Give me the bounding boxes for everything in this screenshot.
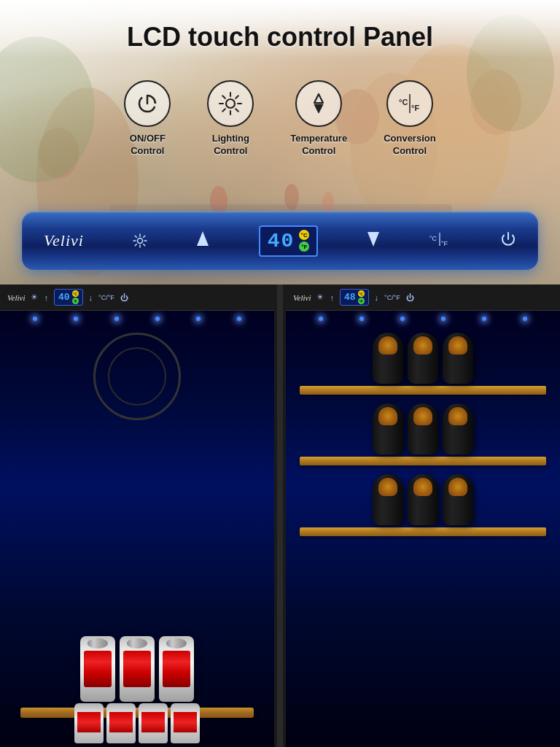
conversion-label: Conversion Control [384, 133, 436, 158]
power-icon [136, 92, 159, 115]
sun-icon [218, 91, 243, 116]
panel-sun-icon [133, 233, 147, 248]
on-off-icon-circle [124, 80, 171, 127]
fan-inner-circle [108, 347, 166, 406]
right-unit-dots: °C °F [358, 290, 365, 304]
temperature-label: Temperature Control [290, 133, 347, 158]
r-led-5 [482, 317, 486, 321]
panel-display: 40 °C °F [259, 225, 319, 257]
left-down-arrow[interactable]: ↓ [89, 293, 93, 302]
panel-temperature: 40 [268, 230, 295, 252]
left-cf-label: °C/°F [98, 294, 114, 301]
svg-marker-24 [314, 104, 323, 113]
led-6 [237, 317, 241, 321]
right-fridge-temp: 48 [344, 292, 356, 303]
top-cans-row [80, 636, 194, 702]
r-led-4 [441, 317, 446, 321]
wine-bottle-7 [373, 474, 403, 525]
svg-point-7 [210, 186, 228, 215]
svg-line-22 [223, 109, 226, 112]
right-power-icon[interactable]: ⏻ [406, 293, 414, 302]
svg-line-21 [236, 96, 239, 98]
temperature-icon-circle [295, 80, 342, 127]
led-3 [114, 317, 119, 321]
right-celsius-dot: °C [358, 290, 365, 297]
svg-line-19 [223, 96, 226, 98]
right-up-arrow[interactable]: ↑ [330, 293, 334, 302]
svg-text:°C: °C [429, 235, 438, 242]
wine-bottle-2 [408, 333, 438, 384]
left-up-arrow[interactable]: ↑ [44, 293, 48, 302]
wine-bottle-4 [373, 403, 403, 454]
svg-marker-38 [368, 232, 379, 247]
wine-bottle-5 [408, 403, 438, 454]
wine-bottles-mid [293, 403, 553, 454]
panel-down-arrow[interactable] [367, 231, 380, 251]
on-off-label: ON/OFF Control [130, 133, 166, 158]
panel-brand: Velivi [44, 231, 84, 250]
wine-bottle-3 [443, 333, 473, 384]
panel-cf-label[interactable]: °C °F [429, 231, 451, 250]
right-cf-label: °C/°F [384, 294, 400, 301]
lighting-control: Lighting Control [207, 80, 254, 158]
right-fridge-panel: Velivi ☀ ↑ 48 °C °F ↓ °C/°F ⏻ [286, 285, 560, 311]
celsius-dot: °C [299, 230, 309, 240]
svg-line-33 [135, 236, 136, 237]
led-4 [155, 317, 160, 321]
svg-line-36 [135, 244, 136, 246]
left-sun-icon: ☀ [31, 293, 38, 302]
svg-point-9 [322, 192, 334, 214]
left-unit-dots: °C °F [72, 290, 79, 304]
bottom-can-1 [74, 703, 104, 743]
wine-bottle-1 [373, 333, 403, 384]
lighting-label: Lighting Control [212, 133, 249, 158]
right-fridge: Velivi ☀ ↑ 48 °C °F ↓ °C/°F ⏻ [286, 285, 560, 747]
title-section: LCD touch control Panel [0, 22, 560, 53]
wine-shelves [293, 333, 553, 740]
left-fridge-panel: Velivi ☀ ↑ 40 °C °F ↓ °C/°F ⏻ [0, 285, 274, 311]
panel-power-icon[interactable] [500, 231, 516, 251]
cf-conversion-icon: °C °F [397, 90, 423, 117]
right-sun-icon: ☀ [316, 293, 324, 302]
panel-up-arrow[interactable] [196, 231, 209, 251]
fridges-section: Velivi ☀ ↑ 40 °C °F ↓ °C/°F ⏻ [0, 285, 560, 747]
left-fridge-interior [0, 311, 274, 747]
r-led-6 [523, 317, 527, 321]
right-fridge-brand: Velivi [293, 293, 311, 302]
left-fridge-brand: Velivi [7, 293, 25, 302]
wine-shelf-2 [300, 457, 546, 465]
left-power-icon[interactable]: ⏻ [120, 293, 128, 302]
r-led-1 [319, 317, 323, 321]
lcd-panel: Velivi 40 °C °F [22, 212, 538, 270]
wine-shelf-3 [300, 527, 546, 536]
lighting-icon-circle [207, 80, 254, 127]
right-fahrenheit-dot: °F [358, 298, 365, 304]
svg-point-14 [226, 99, 235, 108]
icons-row: ON/OFF Control Lighting [0, 80, 560, 158]
svg-line-20 [236, 109, 239, 112]
on-off-control: ON/OFF Control [124, 80, 171, 158]
fan-circle [93, 333, 181, 420]
wine-bottles-bottom [293, 474, 553, 525]
led-1 [33, 317, 37, 321]
bottom-cans [4, 703, 271, 743]
wine-bottles-top [293, 333, 553, 384]
panel-unit-dots: °C °F [299, 230, 309, 252]
left-celsius-dot: °C [72, 290, 79, 297]
led-2 [74, 317, 78, 321]
wine-bottle-6 [443, 403, 473, 454]
r-led-3 [400, 317, 405, 321]
svg-line-35 [144, 236, 145, 237]
bottom-can-4 [171, 703, 200, 743]
beer-can-1 [80, 636, 115, 702]
led-5 [196, 317, 201, 321]
left-fridge-temp: 40 [58, 292, 70, 303]
right-fridge-interior [286, 311, 560, 747]
temperature-control: Temperature Control [290, 80, 347, 158]
wine-shelf-1 [300, 386, 546, 395]
right-down-arrow[interactable]: ↓ [375, 293, 379, 302]
left-fridge: Velivi ☀ ↑ 40 °C °F ↓ °C/°F ⏻ [0, 285, 274, 747]
conversion-control: °C °F Conversion Control [384, 80, 436, 158]
bottom-can-3 [139, 703, 168, 743]
left-fahrenheit-dot: °F [72, 298, 79, 304]
